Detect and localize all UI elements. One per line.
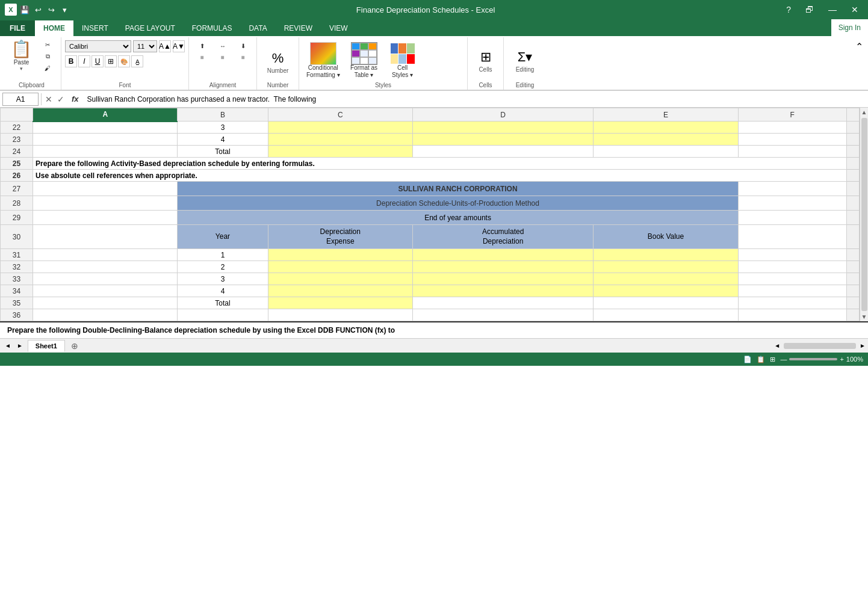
cell-c33[interactable] bbox=[268, 273, 412, 285]
hscroll-thumb[interactable] bbox=[784, 343, 856, 349]
col-header-f[interactable]: F bbox=[738, 108, 846, 122]
cell-d30[interactable]: AccumulatedDepreciation bbox=[412, 225, 593, 249]
cell-a33[interactable] bbox=[33, 273, 178, 285]
minimize-button[interactable]: — bbox=[823, 4, 842, 16]
cell-b34[interactable]: 4 bbox=[178, 285, 268, 297]
zoom-slider[interactable] bbox=[789, 358, 837, 360]
undo-icon[interactable]: ↩ bbox=[33, 4, 43, 15]
cell-b35[interactable]: Total bbox=[178, 297, 268, 309]
cell-d22[interactable] bbox=[412, 122, 593, 134]
cell-styles-button[interactable]: CellStyles ▾ bbox=[385, 41, 421, 81]
cell-e35[interactable] bbox=[594, 297, 738, 309]
cell-e32[interactable] bbox=[594, 261, 738, 273]
cell-a24[interactable] bbox=[33, 146, 178, 158]
zoom-control[interactable]: — + 100% bbox=[780, 356, 863, 363]
cell-b24[interactable]: Total bbox=[178, 146, 268, 158]
cell-f28[interactable] bbox=[738, 196, 846, 211]
fill-color-button[interactable]: 🎨 bbox=[118, 55, 130, 67]
cell-a22[interactable] bbox=[33, 122, 178, 134]
cell-c30[interactable]: DepreciationExpense bbox=[268, 225, 412, 249]
cell-a27[interactable] bbox=[33, 182, 178, 196]
tab-file[interactable]: FILE bbox=[0, 20, 35, 36]
cell-c22[interactable] bbox=[268, 122, 412, 134]
cell-f24[interactable] bbox=[738, 146, 846, 158]
cell-b33[interactable]: 3 bbox=[178, 273, 268, 285]
sheet-tab-sheet1[interactable]: Sheet1 bbox=[28, 340, 65, 352]
cell-c24[interactable] bbox=[268, 146, 412, 158]
view-pagebreak-button[interactable]: ⊞ bbox=[770, 356, 775, 363]
scroll-up-button[interactable]: ▲ bbox=[860, 108, 868, 117]
cell-c31[interactable] bbox=[268, 249, 412, 261]
cell-d31[interactable] bbox=[412, 249, 593, 261]
customize-icon[interactable]: ▾ bbox=[59, 4, 70, 15]
cell-c32[interactable] bbox=[268, 261, 412, 273]
cell-f36[interactable] bbox=[738, 309, 846, 321]
align-right-button[interactable]: ≡ bbox=[234, 52, 253, 63]
cell-f23[interactable] bbox=[738, 134, 846, 146]
cell-a30[interactable] bbox=[33, 225, 178, 249]
italic-button[interactable]: I bbox=[78, 55, 90, 67]
cell-b23[interactable]: 4 bbox=[178, 134, 268, 146]
underline-button[interactable]: U bbox=[91, 55, 104, 67]
scroll-thumb[interactable] bbox=[861, 118, 867, 311]
cell-c36[interactable] bbox=[268, 309, 412, 321]
number-icon[interactable]: % bbox=[272, 51, 284, 66]
tab-home[interactable]: HOME bbox=[35, 20, 73, 36]
cell-b30[interactable]: Year bbox=[178, 225, 268, 249]
paste-dropdown[interactable]: ▾ bbox=[20, 66, 23, 72]
formula-cancel-icon[interactable]: ✕ bbox=[44, 93, 54, 105]
formula-confirm-icon[interactable]: ✓ bbox=[56, 93, 66, 105]
cell-f33[interactable] bbox=[738, 273, 846, 285]
font-color-button[interactable]: A̲ bbox=[131, 55, 143, 67]
col-header-c[interactable]: C bbox=[268, 108, 412, 122]
cell-e34[interactable] bbox=[594, 285, 738, 297]
cell-e31[interactable] bbox=[594, 249, 738, 261]
cell-e30[interactable]: Book Value bbox=[594, 225, 738, 249]
align-center-button[interactable]: ≡ bbox=[213, 52, 232, 63]
save-icon[interactable]: 💾 bbox=[19, 4, 30, 15]
cell-e22[interactable] bbox=[594, 122, 738, 134]
cell-d24[interactable] bbox=[412, 146, 593, 158]
align-bottom-button[interactable]: ⬇ bbox=[234, 41, 253, 51]
font-shrink-button[interactable]: A▼ bbox=[173, 40, 185, 52]
col-header-e[interactable]: E bbox=[594, 108, 738, 122]
cell-a25[interactable]: Prepare the following Activity-Based dep… bbox=[33, 158, 847, 170]
hscroll-right-button[interactable]: ► bbox=[857, 341, 868, 350]
scroll-down-button[interactable]: ▼ bbox=[860, 312, 868, 321]
sign-in-button[interactable]: Sign In bbox=[831, 19, 868, 36]
col-header-d[interactable]: D bbox=[412, 108, 593, 122]
tab-formulas[interactable]: FORMULAS bbox=[184, 20, 241, 36]
help-button[interactable]: ? bbox=[781, 4, 796, 16]
cell-e33[interactable] bbox=[594, 273, 738, 285]
col-header-a[interactable]: A bbox=[33, 108, 178, 122]
restore-button[interactable]: 🗗 bbox=[801, 4, 819, 16]
cell-e36[interactable] bbox=[594, 309, 738, 321]
cell-b22[interactable]: 3 bbox=[178, 122, 268, 134]
cell-a35[interactable] bbox=[33, 297, 178, 309]
tab-review[interactable]: REVIEW bbox=[276, 20, 321, 36]
align-middle-button[interactable]: ↔ bbox=[213, 41, 232, 51]
conditional-formatting-button[interactable]: ConditionalFormatting ▾ bbox=[303, 41, 344, 81]
font-grow-button[interactable]: A▲ bbox=[159, 40, 171, 52]
cell-e24[interactable] bbox=[594, 146, 738, 158]
view-layout-button[interactable]: 📋 bbox=[757, 356, 765, 363]
cut-button[interactable]: ✂ bbox=[38, 40, 57, 50]
align-top-button[interactable]: ⬆ bbox=[193, 41, 212, 51]
bold-button[interactable]: B bbox=[65, 55, 77, 67]
tab-data[interactable]: DATA bbox=[240, 20, 275, 36]
border-button[interactable]: ⊞ bbox=[105, 55, 117, 67]
cell-d32[interactable] bbox=[412, 261, 593, 273]
cell-d34[interactable] bbox=[412, 285, 593, 297]
format-painter-button[interactable]: 🖌 bbox=[38, 63, 57, 73]
cell-a28[interactable] bbox=[33, 196, 178, 211]
cell-a26[interactable]: Use absolute cell references when approp… bbox=[33, 170, 847, 182]
cell-c35[interactable] bbox=[268, 297, 412, 309]
formula-input[interactable] bbox=[85, 93, 866, 106]
cell-a32[interactable] bbox=[33, 261, 178, 273]
cell-d36[interactable] bbox=[412, 309, 593, 321]
align-left-button[interactable]: ≡ bbox=[193, 52, 212, 63]
sheet-right-button[interactable]: ► bbox=[14, 341, 25, 350]
redo-icon[interactable]: ↪ bbox=[46, 4, 57, 15]
cell-a23[interactable] bbox=[33, 134, 178, 146]
font-name-select[interactable]: Calibri bbox=[65, 40, 131, 52]
